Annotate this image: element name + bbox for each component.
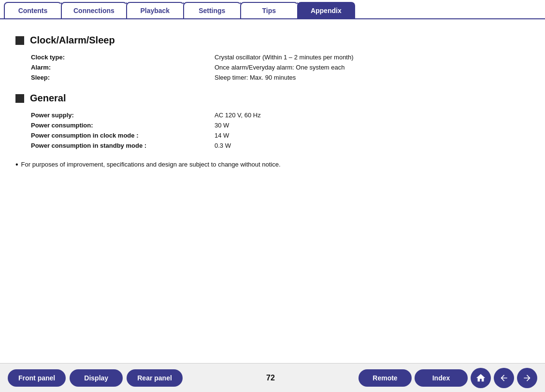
spec-value: AC 120 V, 60 Hz [215,112,261,119]
spec-value: 14 W [215,132,229,139]
spec-label: Power consumption: [31,122,215,129]
page-number: 72 [266,374,275,382]
spec-label: Sleep: [31,74,215,81]
table-row: Clock type: Crystal oscillator (Within 1… [31,54,530,61]
bullet-icon: • [15,161,18,168]
spec-label: Clock type: [31,54,215,61]
spec-table-general: Power supply: AC 120 V, 60 Hz Power cons… [31,112,530,149]
tab-contents[interactable]: Contents [4,2,62,18]
table-row: Power consumption in clock mode : 14 W [31,132,530,139]
index-button[interactable]: Index [415,369,468,387]
back-button[interactable] [494,368,514,388]
section-icon-clock [15,36,24,45]
tab-settings[interactable]: Settings [183,2,241,18]
spec-label: Power supply: [31,112,215,119]
section-title-clock: Clock/Alarm/Sleep [30,35,115,46]
bottom-nav: Front panel Display Rear panel 72 Remote… [0,363,545,392]
notice-text: • For purposes of improvement, specifica… [15,161,530,168]
spec-value: 0.3 W [215,142,231,149]
bottom-nav-left: Front panel Display Rear panel [8,369,183,387]
table-row: Alarm: Once alarm/Everyday alarm: One sy… [31,64,530,71]
tab-appendix[interactable]: Appendix [297,2,355,18]
table-row: Power consumption in standby mode : 0.3 … [31,142,530,149]
tab-playback[interactable]: Playback [126,2,184,18]
remote-button[interactable]: Remote [359,369,412,387]
forward-button[interactable] [517,368,537,388]
home-icon [475,373,486,383]
table-row: Power consumption: 30 W [31,122,530,129]
home-button[interactable] [471,368,491,388]
spec-label: Power consumption in clock mode : [31,132,215,139]
spec-value: Once alarm/Everyday alarm: One system ea… [215,64,345,71]
section-header-general: General [15,93,530,104]
bottom-nav-center: 72 [266,374,275,382]
main-content: Clock/Alarm/Sleep Clock type: Crystal os… [0,19,545,363]
bottom-nav-right: Remote Index [359,368,537,388]
rear-panel-button[interactable]: Rear panel [127,369,183,387]
section-icon-general [15,94,24,103]
table-row: Sleep: Sleep timer: Max. 90 minutes [31,74,530,81]
spec-value: Crystal oscillator (Within 1 – 2 minutes… [215,54,354,61]
section-header-clock: Clock/Alarm/Sleep [15,35,530,46]
display-button[interactable]: Display [70,369,123,387]
spec-value: 30 W [215,122,229,129]
section-title-general: General [30,93,66,104]
table-row: Power supply: AC 120 V, 60 Hz [31,112,530,119]
spec-label: Alarm: [31,64,215,71]
top-nav: Contents Connections Playback Settings T… [0,0,545,19]
back-arrow-icon [499,373,509,383]
front-panel-button[interactable]: Front panel [8,369,66,387]
spec-label: Power consumption in standby mode : [31,142,215,149]
spec-table-clock: Clock type: Crystal oscillator (Within 1… [31,54,530,81]
notice-content: For purposes of improvement, specificati… [21,161,281,168]
forward-arrow-icon [522,373,532,383]
tab-connections[interactable]: Connections [61,2,127,18]
spec-value: Sleep timer: Max. 90 minutes [215,74,296,81]
tab-tips[interactable]: Tips [240,2,298,18]
